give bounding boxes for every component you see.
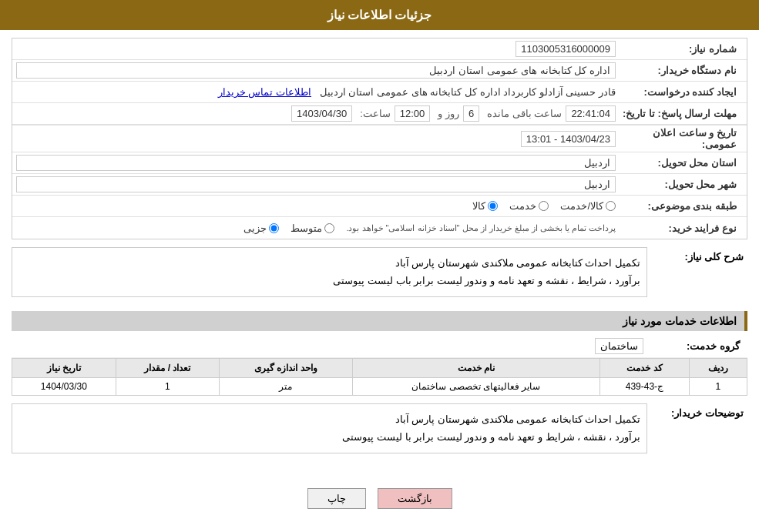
shomare-niaz-row: شماره نیاز: 1103005316000009 <box>12 38 747 60</box>
col-name: نام خدمت <box>352 358 599 377</box>
page-header: جزئیات اطلاعات نیاز <box>0 0 759 30</box>
jozvi-option[interactable]: جزیی <box>243 223 279 234</box>
kala-label: کالا <box>472 200 485 212</box>
mohlat-label: مهلت ارسال پاسخ: تا تاریخ: <box>620 108 743 119</box>
tabaqe-row: طبقه بندی موضوعی: کالا/خدمت خدمت <box>12 196 747 217</box>
date-box: 1403/04/30 <box>291 105 352 122</box>
remaining-time-box: 22:41:04 <box>566 105 616 122</box>
sharh-box: تکمیل احداث کتابخانه عمومی ملاکندی شهرست… <box>12 247 647 297</box>
tozihat-label: توضیحات خریدار: <box>647 403 747 419</box>
ijad-konande-row: ایجاد کننده درخواست: قادر حسینی آزادلو ک… <box>12 82 747 103</box>
tozihat-content: تکمیل احداث کتابخانه عمومی ملاکندی شهرست… <box>12 403 647 473</box>
tozihat-line1: تکمیل احداث کتابخانه عمومی ملاکندی شهرست… <box>18 410 640 428</box>
taarikho-saat-row: تاریخ و ساعت اعلان عمومی: 1403/04/23 - 1… <box>12 125 747 152</box>
noe-farayand-label: نوع فرایند خرید: <box>620 223 743 234</box>
noe-text: پرداخت تمام یا بخشی از مبلغ خریدار از مح… <box>346 223 616 233</box>
taarikho-saat-value: 1403/04/23 - 13:01 <box>16 131 620 147</box>
jozvi-radio[interactable] <box>269 223 279 233</box>
ostan-value: اردبیل <box>16 155 620 171</box>
ijad-konande-label: ایجاد کننده درخواست: <box>620 86 743 98</box>
nam-dastgah-label: نام دستگاه خریدار: <box>620 65 743 76</box>
kala-option[interactable]: کالا <box>472 200 498 212</box>
tabaqe-label: طبقه بندی موضوعی: <box>620 200 743 212</box>
noe-farayand-row: نوع فرایند خرید: پرداخت تمام یا بخشی از … <box>12 217 747 239</box>
services-section-header: اطلاعات خدمات مورد نیاز <box>12 311 747 331</box>
col-date: تاریخ نیاز <box>12 358 116 377</box>
taarikho-saat-box: 1403/04/23 - 13:01 <box>521 131 616 147</box>
cell-name: سایر فعالیتهای تخصصی ساختمان <box>352 377 599 395</box>
time-box: 12:00 <box>395 105 431 122</box>
khadamat-label: خدمت <box>509 200 536 212</box>
shahr-label: شهر محل تحویل: <box>620 179 743 190</box>
back-button[interactable]: بازگشت <box>378 488 452 509</box>
ostan-label: استان محل تحویل: <box>620 157 743 169</box>
tabaqe-radio-group: کالا/خدمت خدمت کالا <box>16 200 616 212</box>
nam-dastgah-value: اداره کل کتابخانه های عمومی استان اردبیل <box>16 62 620 79</box>
khadamat-radio[interactable] <box>539 201 549 211</box>
grohe-row: گروه خدمت: ساختمان <box>12 335 747 358</box>
services-table-header-row: ردیف کد خدمت نام خدمت واحد اندازه گیری ت… <box>12 358 747 377</box>
cell-kod: ج-43-439 <box>599 377 689 395</box>
print-button[interactable]: چاپ <box>307 488 366 509</box>
table-row: 1 ج-43-439 سایر فعالیتهای تخصصی ساختمان … <box>12 377 747 395</box>
sharh-content: تکمیل احداث کتابخانه عمومی ملاکندی شهرست… <box>12 247 647 305</box>
noe-radio-group: پرداخت تمام یا بخشی از مبلغ خریدار از مح… <box>16 223 616 234</box>
noe-farayand-value: پرداخت تمام یا بخشی از مبلغ خریدار از مح… <box>16 223 620 234</box>
cell-date: 1404/03/30 <box>12 377 116 395</box>
cell-unit: متر <box>220 377 352 395</box>
button-row: بازگشت چاپ <box>12 480 747 517</box>
kala-khadamat-radio[interactable] <box>606 201 616 211</box>
services-table-body: 1 ج-43-439 سایر فعالیتهای تخصصی ساختمان … <box>12 377 747 395</box>
motavaset-radio[interactable] <box>324 223 334 233</box>
shomare-niaz-value: 1103005316000009 <box>16 41 620 57</box>
page-wrapper: جزئیات اطلاعات نیاز شماره نیاز: 11030053… <box>0 0 759 532</box>
main-content: شماره نیاز: 1103005316000009 نام دستگاه … <box>0 30 759 524</box>
services-table: ردیف کد خدمت نام خدمت واحد اندازه گیری ت… <box>12 358 747 396</box>
page-title: جزئیات اطلاعات نیاز <box>327 8 432 22</box>
shomare-niaz-box: 1103005316000009 <box>516 41 616 57</box>
kala-radio[interactable] <box>488 201 498 211</box>
roz-label: روز و <box>438 108 459 119</box>
shahr-value: اردبیل <box>16 176 620 192</box>
sharh-line2: برآورد ، شرایط ، نقشه و تعهد نامه و وندو… <box>18 272 640 289</box>
ostan-row: استان محل تحویل: اردبیل <box>12 152 747 174</box>
nam-dastgah-row: نام دستگاه خریدار: اداره کل کتابخانه های… <box>12 60 747 82</box>
tozihat-box: تکمیل احداث کتابخانه عمومی ملاکندی شهرست… <box>12 403 647 453</box>
khadamat-option[interactable]: خدمت <box>509 200 549 212</box>
cell-quantity: 1 <box>116 377 220 395</box>
mohlat-row: مهلت ارسال پاسخ: تا تاریخ: 22:41:04 ساعت… <box>12 103 747 125</box>
tabaqe-value: کالا/خدمت خدمت کالا <box>16 200 620 212</box>
cell-radif: 1 <box>689 377 747 395</box>
nam-dastgah-box: اداره کل کتابخانه های عمومی استان اردبیل <box>16 62 616 79</box>
col-quantity: تعداد / مقدار <box>116 358 220 377</box>
grohe-value: ساختمان <box>15 338 643 354</box>
sharh-section: شرح کلی نیاز: تکمیل احداث کتابخانه عمومی… <box>12 247 747 305</box>
roz-box: 6 <box>463 105 479 122</box>
services-table-head: ردیف کد خدمت نام خدمت واحد اندازه گیری ت… <box>12 358 747 377</box>
tozihat-line2: برآورد ، نقشه ، شرایط و تعهد نامه و وندو… <box>18 428 640 446</box>
mohlat-value: 22:41:04 ساعت باقی مانده 6 روز و 12:00 س… <box>16 105 620 122</box>
ettelaat-tamas-link[interactable]: اطلاعات تماس خریدار <box>218 86 311 98</box>
grohe-label: گروه خدمت: <box>643 340 744 352</box>
sharh-label: شرح کلی نیاز: <box>647 247 747 263</box>
info-section: شماره نیاز: 1103005316000009 نام دستگاه … <box>12 38 747 239</box>
shahr-box: اردبیل <box>16 176 616 192</box>
date-time-group: 22:41:04 ساعت باقی مانده 6 روز و 12:00 س… <box>16 105 616 122</box>
col-kod: کد خدمت <box>599 358 689 377</box>
remaining-label: ساعت باقی مانده <box>487 108 562 119</box>
tozihat-section: توضیحات خریدار: تکمیل احداث کتابخانه عمو… <box>12 403 747 473</box>
ostan-box: اردبیل <box>16 155 616 171</box>
time-label: ساعت: <box>360 108 391 119</box>
col-radif: ردیف <box>689 358 747 377</box>
motavaset-option[interactable]: متوسط <box>291 223 334 234</box>
sharh-line1: تکمیل احداث کتابخانه عمومی ملاکندی شهرست… <box>18 254 640 272</box>
kala-khadamat-label: کالا/خدمت <box>560 200 603 212</box>
shahr-row: شهر محل تحویل: اردبیل <box>12 174 747 196</box>
ijad-konande-text: قادر حسینی آزادلو کاربرداد اداره کل کتاب… <box>320 86 616 98</box>
motavaset-label: متوسط <box>291 223 322 234</box>
col-unit: واحد اندازه گیری <box>220 358 352 377</box>
grohe-box: ساختمان <box>595 338 643 354</box>
shomare-niaz-label: شماره نیاز: <box>620 43 743 55</box>
jozvi-label: جزیی <box>243 223 267 234</box>
kala-khadamat-option[interactable]: کالا/خدمت <box>560 200 616 212</box>
